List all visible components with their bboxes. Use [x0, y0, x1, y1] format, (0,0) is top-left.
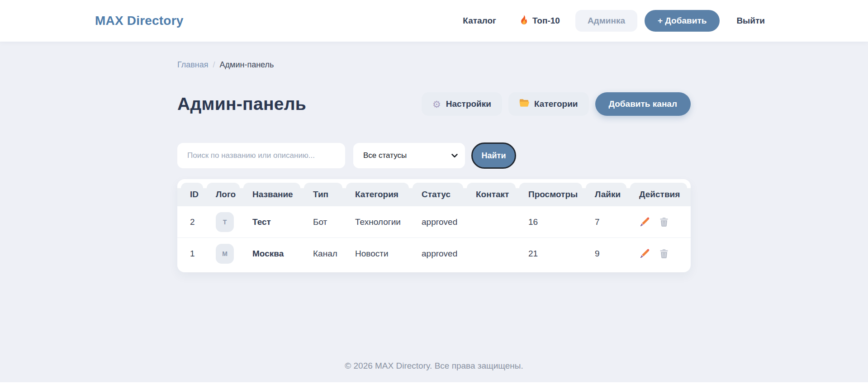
table-body: 2 Т Тест Бот Технологии approved 16 7	[177, 206, 691, 270]
cell-actions	[630, 217, 687, 228]
status-select[interactable]: Все статусы	[353, 143, 465, 168]
cell-status: approved	[413, 217, 463, 227]
edit-button[interactable]	[639, 248, 650, 259]
col-header-likes: Лайки	[586, 183, 626, 206]
find-button[interactable]: Найти	[471, 142, 516, 169]
cell-likes: 9	[586, 249, 626, 259]
table-row: 1 М Москва Канал Новости approved 21 9	[177, 238, 691, 270]
fire-icon	[520, 14, 528, 27]
footer-copyright: © 2026 MAX Directory. Все права защищены…	[177, 361, 691, 371]
cell-type: Канал	[304, 249, 342, 259]
settings-button-label: Настройки	[446, 99, 491, 109]
nav-top10[interactable]: Топ-10	[520, 14, 560, 27]
cell-name: Москва	[243, 249, 300, 259]
folder-icon	[519, 99, 529, 109]
col-header-type: Тип	[304, 183, 342, 206]
col-header-category: Категория	[346, 183, 409, 206]
col-header-actions: Действия	[630, 183, 687, 206]
status-select-value: Все статусы	[363, 151, 407, 160]
breadcrumb-home-link[interactable]: Главная	[177, 60, 209, 70]
nav-top10-label: Топ-10	[532, 16, 560, 26]
categories-button-label: Категории	[534, 99, 578, 109]
cell-id: 2	[181, 217, 203, 227]
table-header-row: ID Лого Название Тип Категория Статус Ко…	[177, 183, 691, 206]
bottom-strip	[0, 382, 868, 389]
breadcrumb-current: Админ-панель	[220, 60, 274, 70]
col-header-contact: Контакт	[467, 183, 516, 206]
nav-catalog[interactable]: Каталог	[463, 16, 496, 26]
title-actions: ⚙ Настройки Категории Добавить канал	[422, 92, 691, 116]
chevron-down-icon	[451, 151, 458, 160]
cell-logo: М	[207, 244, 240, 264]
cell-views: 16	[519, 217, 582, 227]
categories-button[interactable]: Категории	[508, 92, 589, 116]
col-header-status: Статус	[413, 183, 463, 206]
page-title: Админ-панель	[177, 94, 306, 114]
cell-name: Тест	[243, 217, 300, 227]
col-header-name: Название	[243, 183, 300, 206]
col-header-views: Просмотры	[519, 183, 582, 206]
title-row: Админ-панель ⚙ Настройки Категории Добав…	[177, 92, 691, 116]
cell-views: 21	[519, 249, 582, 259]
add-channel-button[interactable]: Добавить канал	[595, 92, 691, 116]
col-header-id: ID	[181, 183, 203, 206]
channels-table-card: ID Лого Название Тип Категория Статус Ко…	[177, 179, 691, 272]
nav-admin-button[interactable]: Админка	[575, 10, 637, 32]
cell-status: approved	[413, 249, 463, 259]
brand-logo[interactable]: MAX Directory	[95, 14, 184, 28]
cell-category: Новости	[346, 249, 409, 259]
filters-row: Все статусы Найти	[177, 142, 691, 169]
cell-likes: 7	[586, 217, 626, 227]
cell-logo: Т	[207, 212, 240, 232]
main-nav: Каталог Топ-10 Админка + Добавить Выйти	[463, 10, 765, 32]
nav-logout[interactable]: Выйти	[736, 16, 765, 26]
cell-id: 1	[181, 249, 203, 259]
settings-button[interactable]: ⚙ Настройки	[422, 92, 502, 116]
delete-button[interactable]	[659, 217, 669, 227]
main-content: Главная / Админ-панель Админ-панель ⚙ На…	[177, 60, 691, 371]
breadcrumb: Главная / Админ-панель	[177, 60, 691, 70]
col-header-logo: Лого	[207, 183, 240, 206]
top-bar: MAX Directory Каталог Топ-10 Админка + Д…	[0, 0, 868, 42]
cell-type: Бот	[304, 217, 342, 227]
channel-avatar: Т	[216, 212, 234, 232]
cell-category: Технологии	[346, 217, 409, 227]
cell-actions	[630, 248, 687, 259]
gear-icon: ⚙	[432, 100, 441, 109]
delete-button[interactable]	[659, 249, 669, 259]
edit-button[interactable]	[639, 217, 650, 228]
nav-add-button[interactable]: + Добавить	[645, 10, 720, 32]
search-input[interactable]	[177, 143, 345, 168]
breadcrumb-separator: /	[213, 60, 215, 70]
channel-avatar: М	[216, 244, 234, 264]
table-row: 2 Т Тест Бот Технологии approved 16 7	[177, 206, 691, 238]
